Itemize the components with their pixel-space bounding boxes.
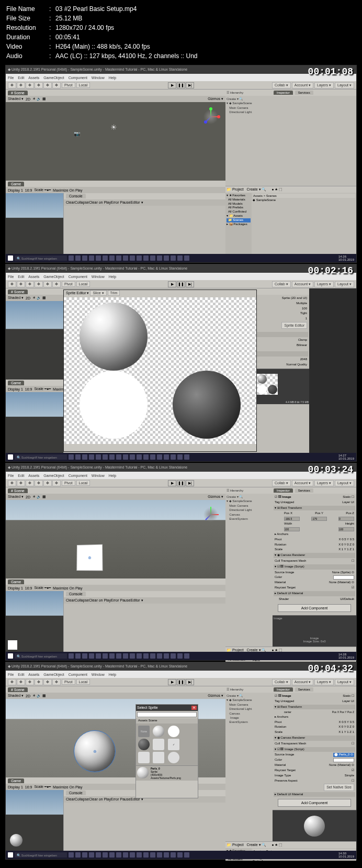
taskbar-app-icon[interactable] xyxy=(184,653,189,659)
taskbar-clock[interactable]: 14:2810.01.2019 xyxy=(338,653,354,659)
taskbar-app-icon[interactable] xyxy=(130,454,135,460)
sprite-canvas[interactable] xyxy=(64,297,256,444)
rect-transform-header[interactable]: ▾ ⊞ Rect Transform xyxy=(274,506,355,511)
layout-dropdown[interactable]: Layout ▾ xyxy=(335,281,354,287)
pos-z-input[interactable] xyxy=(338,517,354,521)
local-toggle[interactable]: Local xyxy=(76,480,90,486)
error-pause-toggle[interactable]: Error Pause xyxy=(111,797,130,801)
sprite-item[interactable] xyxy=(168,752,179,763)
taskbar-app-icon[interactable] xyxy=(177,852,183,858)
scene-view[interactable]: ⊕ xyxy=(6,500,225,578)
clear-button[interactable]: Clear xyxy=(66,598,75,602)
tool-rect[interactable]: ✥ xyxy=(43,281,52,287)
shaded-dropdown[interactable]: Shaded ▾ xyxy=(8,694,24,698)
taskbar-app-icon[interactable] xyxy=(137,653,142,659)
tool-scale[interactable]: ✥ xyxy=(35,679,43,685)
color-field[interactable] xyxy=(333,758,354,762)
pivot-toggle[interactable]: Pivot xyxy=(62,281,75,287)
collapse-toggle[interactable]: Collapse xyxy=(75,201,89,204)
menu-component[interactable]: Component xyxy=(69,275,87,279)
taskbar-app-icon[interactable] xyxy=(177,653,183,659)
hierarchy-item[interactable]: Main Camera xyxy=(227,703,272,707)
tool-transform[interactable]: ✥ xyxy=(52,281,61,287)
pause-button[interactable]: ❚❚ xyxy=(177,82,185,88)
orientation-gizmo[interactable] xyxy=(200,106,221,127)
create-dropdown[interactable]: Create ▾ 🔍 xyxy=(227,97,272,101)
taskbar-app-icon[interactable] xyxy=(171,653,176,659)
hierarchy-item[interactable]: Main Camera xyxy=(227,106,272,110)
clear-on-play-toggle[interactable]: Clear on Play xyxy=(89,797,111,801)
collab-dropdown[interactable]: Collab ▾ xyxy=(272,281,291,287)
taskbar-app-icon[interactable] xyxy=(143,852,149,858)
tag-dropdown[interactable]: Untagged xyxy=(280,500,294,504)
taskbar-app-icon[interactable] xyxy=(103,255,108,261)
collab-dropdown[interactable]: Collab ▾ xyxy=(272,679,291,685)
tool-scale[interactable]: ✥ xyxy=(35,281,43,287)
sprite-editor-tab[interactable]: Sprite Editor ▾ xyxy=(66,291,89,295)
layout-dropdown[interactable]: Layout ▾ xyxy=(335,679,354,685)
taskbar-app-icon[interactable] xyxy=(116,255,121,261)
local-toggle[interactable]: Local xyxy=(76,82,90,88)
taskbar-app-icon[interactable] xyxy=(164,653,169,659)
sprite-mode-value[interactable]: Multiple xyxy=(296,302,307,306)
taskbar-clock[interactable]: 14:3010.01.2019 xyxy=(338,852,354,858)
menu-gameobject[interactable]: GameObject xyxy=(43,275,64,279)
filter-mode[interactable]: Bilinear xyxy=(297,343,307,348)
hierarchy-item[interactable]: Directional Light xyxy=(227,707,272,711)
game-tab[interactable]: Game xyxy=(8,580,24,584)
taskbar-app-icon[interactable] xyxy=(69,852,74,858)
sprite-background[interactable] xyxy=(153,739,164,750)
menu-file[interactable]: File xyxy=(8,275,14,279)
layout-dropdown[interactable]: Layout ▾ xyxy=(335,82,354,88)
menu-edit[interactable]: Edit xyxy=(18,76,24,80)
maximize-toggle[interactable]: Maximize On Play xyxy=(53,785,82,789)
pearl-image-object[interactable]: ⊕ xyxy=(74,730,116,772)
play-button[interactable]: ▶ xyxy=(168,480,176,486)
color-field[interactable] xyxy=(333,575,354,580)
asset-item[interactable]: Perls_1 xyxy=(253,860,355,861)
tool-hand[interactable]: ✥ xyxy=(8,281,16,287)
taskbar-app-icon[interactable] xyxy=(103,653,108,659)
taskbar-search[interactable]: 🔍 Suchbegriff hier eingeben xyxy=(15,852,67,858)
trim-button[interactable]: Trim xyxy=(108,290,120,296)
scene-tab[interactable]: # Scene xyxy=(8,91,28,95)
sprite-item[interactable] xyxy=(153,752,164,763)
close-icon[interactable]: ✕ xyxy=(191,706,197,710)
sprite-perls2[interactable] xyxy=(138,739,150,750)
menu-edit[interactable]: Edit xyxy=(18,673,24,676)
max-size[interactable]: 2048 xyxy=(300,358,307,362)
gizmos-dropdown[interactable]: Gizmos ▾ xyxy=(208,495,223,499)
taskbar-app-icon[interactable] xyxy=(157,653,162,659)
menu-window[interactable]: Window xyxy=(92,76,105,80)
clear-button[interactable]: Clear xyxy=(66,201,75,204)
favorite-item[interactable]: All Conflicted xyxy=(227,210,251,214)
inspector-tab[interactable]: Inspector xyxy=(274,687,293,692)
menu-help[interactable]: Help xyxy=(109,474,116,477)
start-button[interactable] xyxy=(8,255,13,261)
layer-dropdown[interactable]: UI xyxy=(351,500,354,504)
account-dropdown[interactable]: Account ▾ xyxy=(292,82,313,88)
taskbar-app-icon[interactable] xyxy=(103,454,108,460)
menu-help[interactable]: Help xyxy=(109,275,116,279)
taskbar-app-icon[interactable] xyxy=(89,653,94,659)
menu-component[interactable]: Component xyxy=(69,474,87,477)
aspect-dropdown[interactable]: 16:9 xyxy=(25,785,32,789)
hierarchy-item[interactable]: Canvas xyxy=(227,711,272,716)
taskbar-app-icon[interactable] xyxy=(89,255,94,261)
taskbar-app-icon[interactable] xyxy=(137,255,142,261)
add-component-button[interactable]: Add Component xyxy=(278,604,351,612)
pearl-dark[interactable] xyxy=(173,371,241,439)
pos-y-input[interactable] xyxy=(311,517,327,521)
maximize-toggle[interactable]: Maximize On Play xyxy=(53,188,82,192)
pivot-toggle[interactable]: Pivot xyxy=(62,82,75,88)
shaded-dropdown[interactable]: Shaded ▾ xyxy=(8,495,24,499)
orientation-gizmo[interactable] xyxy=(200,504,221,525)
menu-file[interactable]: File xyxy=(8,474,14,477)
favorites-folder[interactable]: ▾ ★ Favorites xyxy=(227,194,251,198)
menu-edit[interactable]: Edit xyxy=(18,275,24,279)
layers-dropdown[interactable]: Layers ▾ xyxy=(314,82,334,88)
pos-x-input[interactable] xyxy=(284,517,300,521)
taskbar-app-icon[interactable] xyxy=(96,653,101,659)
gizmos-dropdown[interactable]: Gizmos ▾ xyxy=(208,97,223,101)
taskbar-app-icon[interactable] xyxy=(116,852,121,858)
